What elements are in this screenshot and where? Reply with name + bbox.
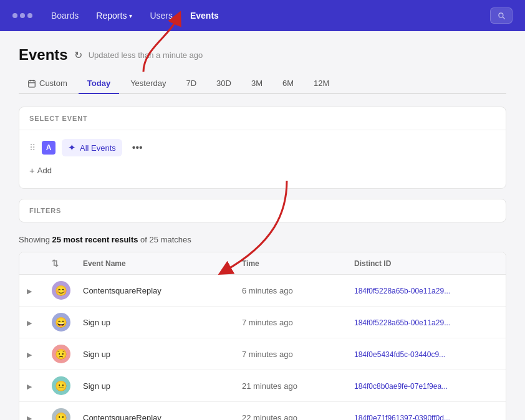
page-title: Events [19, 46, 68, 64]
tab-3m[interactable]: 3M [243, 74, 271, 94]
event-letter-badge: A [42, 141, 55, 155]
distinct-id-link-2[interactable]: 184f0f5228a65b-00e11a29... [354, 318, 450, 327]
table-row: ▶ 😊 ContentsquareReplay 6 minutes ago 18… [19, 275, 506, 307]
plus-icon: + [29, 165, 35, 176]
drag-handle-icon[interactable]: ⠿ [29, 143, 36, 153]
td-expand-5: ▶ [19, 413, 44, 421]
event-row: ⠿ A ✦ All Events ••• [29, 139, 496, 156]
td-event-name-4: Sign up [75, 381, 234, 391]
tab-6m[interactable]: 6M [274, 74, 302, 94]
avatar-5: 😶 [52, 408, 70, 420]
td-avatar-1: 😊 [44, 281, 75, 300]
refresh-button[interactable]: ↻ [74, 49, 82, 61]
results-info: Showing 25 most recent results of 25 mat… [19, 235, 506, 244]
events-table: ⇅ Event Name Time Distinct ID ▶ 😊 [19, 252, 506, 420]
search-icon [497, 11, 506, 20]
tab-custom-label: Custom [39, 79, 67, 88]
results-prefix: Showing [19, 235, 52, 244]
nav-users[interactable]: Users [143, 7, 179, 24]
td-event-name-2: Sign up [75, 318, 234, 327]
avatar-4: 😐 [52, 376, 70, 395]
filters-header: FILTERS [19, 199, 506, 222]
add-event-button[interactable]: + Add [29, 161, 52, 179]
th-time: Time [234, 259, 347, 268]
td-time-5: 22 minutes ago [234, 413, 347, 421]
tab-30d[interactable]: 30D [208, 74, 240, 94]
th-avatar: ⇅ [44, 259, 75, 268]
td-avatar-3: 😟 [44, 345, 75, 363]
distinct-id-link-4[interactable]: 184f0c8b0ae9fe-07e1f9ea... [354, 382, 448, 391]
td-time-4: 21 minutes ago [234, 381, 347, 391]
add-label: Add [37, 166, 52, 175]
td-event-name-5: ContentsquareReplay [75, 413, 234, 421]
td-time-3: 7 minutes ago [234, 350, 347, 359]
expand-button-3[interactable]: ▶ [27, 351, 32, 359]
td-expand-1: ▶ [19, 286, 44, 295]
dot-3 [27, 13, 32, 18]
main-content: Events ↻ Updated less than a minute ago … [0, 31, 525, 420]
th-event-name: Event Name [75, 259, 234, 268]
td-expand-3: ▶ [19, 350, 44, 359]
expand-button-1[interactable]: ▶ [27, 287, 32, 295]
filters-panel: FILTERS [19, 199, 506, 222]
td-avatar-4: 😐 [44, 376, 75, 395]
table-header: ⇅ Event Name Time Distinct ID [19, 252, 506, 275]
table-row: ▶ 😟 Sign up 7 minutes ago 184f0e5434fd5c… [19, 338, 506, 370]
select-event-panel: SELECT EVENT ⠿ A ✦ All Events ••• + Add [19, 107, 506, 189]
nav-items: Boards Reports ▾ Users Events [45, 7, 490, 24]
td-avatar-5: 😶 [44, 408, 75, 420]
td-distinct-id-3: 184f0e5434fd5c-03440c9... [347, 350, 506, 359]
td-event-name-1: ContentsquareReplay [75, 286, 234, 295]
distinct-id-link-3[interactable]: 184f0e5434fd5c-03440c9... [354, 350, 445, 359]
tab-custom[interactable]: Custom [19, 74, 76, 93]
table-row: ▶ 😄 Sign up 7 minutes ago 184f0f5228a65b… [19, 307, 506, 338]
distinct-id-link-1[interactable]: 184f0f5228a65b-00e11a29... [354, 287, 450, 295]
tab-today[interactable]: Today [79, 74, 119, 94]
select-event-header: SELECT EVENT [19, 107, 506, 130]
td-time-2: 7 minutes ago [234, 318, 347, 327]
td-expand-4: ▶ [19, 381, 44, 391]
page-title-row: Events ↻ Updated less than a minute ago [19, 46, 506, 64]
th-expand [19, 259, 44, 268]
tab-7d[interactable]: 7D [177, 74, 205, 94]
nav-boards[interactable]: Boards [45, 7, 85, 24]
results-suffix: of 25 matches [138, 235, 191, 244]
sort-icon: ⇅ [52, 259, 59, 268]
td-distinct-id-5: 184f0e71f961397-0390ff0d... [347, 413, 506, 421]
tab-yesterday[interactable]: Yesterday [122, 74, 175, 94]
avatar-2: 😄 [52, 313, 70, 332]
updated-text: Updated less than a minute ago [89, 50, 203, 60]
expand-button-2[interactable]: ▶ [27, 319, 32, 327]
top-navigation: Boards Reports ▾ Users Events [0, 0, 525, 31]
more-options-button[interactable]: ••• [128, 140, 147, 156]
td-avatar-2: 😄 [44, 313, 75, 332]
nav-reports[interactable]: Reports ▾ [90, 7, 138, 24]
expand-button-4[interactable]: ▶ [27, 383, 32, 391]
th-distinct-id: Distinct ID [347, 259, 506, 268]
td-distinct-id-2: 184f0f5228a65b-00e11a29... [347, 318, 506, 327]
tab-12m[interactable]: 12M [305, 74, 338, 94]
td-event-name-3: Sign up [75, 350, 234, 359]
results-bold: 25 most recent results [52, 235, 138, 244]
nav-events[interactable]: Events [184, 7, 225, 24]
dot-2 [20, 13, 25, 18]
td-time-1: 6 minutes ago [234, 286, 347, 295]
distinct-id-link-5[interactable]: 184f0e71f961397-0390ff0d... [354, 414, 450, 421]
td-distinct-id-4: 184f0c8b0ae9fe-07e1f9ea... [347, 381, 506, 391]
expand-button-5[interactable]: ▶ [27, 414, 32, 421]
event-chip-label: All Events [80, 143, 116, 153]
td-expand-2: ▶ [19, 318, 44, 327]
time-filter-tabs: Custom Today Yesterday 7D 30D 3M 6M 12M [19, 74, 506, 94]
svg-rect-0 [29, 80, 36, 87]
td-distinct-id-1: 184f0f5228a65b-00e11a29... [347, 286, 506, 295]
calendar-icon [27, 79, 36, 88]
search-button[interactable] [490, 7, 513, 24]
event-chip[interactable]: ✦ All Events [62, 139, 122, 156]
table-row: ▶ 😐 Sign up 21 minutes ago 184f0c8b0ae9f… [19, 370, 506, 402]
table-row: ▶ 😶 ContentsquareReplay 22 minutes ago 1… [19, 402, 506, 420]
avatar-3: 😟 [52, 345, 70, 363]
all-events-icon: ✦ [68, 142, 76, 153]
chevron-down-icon: ▾ [129, 12, 132, 19]
avatar-1: 😊 [52, 281, 70, 300]
select-event-body: ⠿ A ✦ All Events ••• + Add [19, 130, 506, 188]
